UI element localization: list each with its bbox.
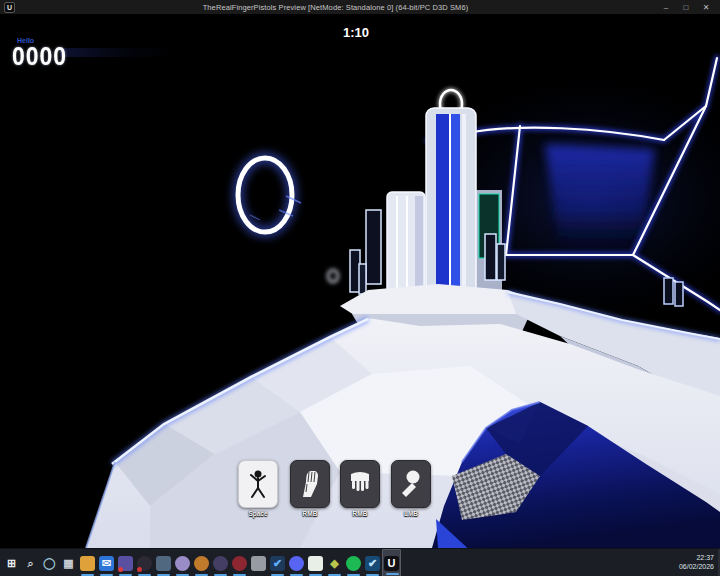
finger-gun-icon	[398, 468, 424, 500]
taskbar-icon-search[interactable]: ⌕	[21, 549, 40, 576]
taskbar-icon-cortana[interactable]: ◯	[40, 549, 59, 576]
taskbar-icon-row: ⊞ ⌕ ◯ ▦	[0, 549, 401, 576]
window-title: TheRealFingerPistols Preview [NetMode: S…	[15, 3, 656, 12]
taskbar-icon-app-crimson-ring[interactable]	[230, 549, 249, 576]
clock-date: 06/02/2026	[679, 562, 714, 571]
hint-fist: RMB	[290, 460, 330, 517]
taskbar-icon-app-blue-check-2[interactable]: ✔	[363, 549, 382, 576]
hint-grab: RMB	[340, 460, 380, 517]
minimize-button[interactable]: –	[656, 1, 676, 14]
maximize-button[interactable]: □	[676, 1, 696, 14]
taskbar-icon-app-steel[interactable]	[154, 549, 173, 576]
window-titlebar: U TheRealFingerPistols Preview [NetMode:…	[0, 0, 720, 15]
small-neon-pillars	[664, 278, 683, 306]
taskbar-icon-task-view[interactable]: ▦	[59, 549, 78, 576]
small-ring	[328, 270, 338, 282]
hint-key-label: RMB	[340, 510, 380, 517]
match-timer: 1:10	[306, 25, 406, 40]
taskbar-clock[interactable]: 22:37 06/02/2026	[679, 553, 714, 571]
taskbar-icon-app-indigo[interactable]	[116, 549, 135, 576]
taskbar-icon-app-image[interactable]	[306, 549, 325, 576]
taskbar-icon-mail[interactable]: ✉	[97, 549, 116, 576]
taskbar-icon-app-amber-orb[interactable]	[192, 549, 211, 576]
portal-ring	[238, 158, 301, 232]
taskbar-icon-app-gray[interactable]	[249, 549, 268, 576]
taskbar-icon-start[interactable]: ⊞	[2, 549, 21, 576]
taskbar-icon-file-explorer[interactable]	[78, 549, 97, 576]
hint-jump: Space	[238, 460, 278, 517]
taskbar-icon-app-dark-orb[interactable]	[135, 549, 154, 576]
fist-hand-icon	[297, 468, 323, 500]
taskbar-icon-app-violet-orb[interactable]	[211, 549, 230, 576]
desktop-screen: U TheRealFingerPistols Preview [NetMode:…	[0, 0, 720, 576]
window-controls: – □ ✕	[656, 1, 716, 14]
taskbar-icon-unreal-editor[interactable]: U	[382, 549, 401, 576]
score-counter: 0000	[12, 42, 67, 71]
windows-taskbar: ⊞ ⌕ ◯ ▦	[0, 548, 720, 576]
unreal-app-icon: U	[4, 2, 15, 13]
hint-key-label: RMB	[290, 510, 330, 517]
taskbar-icon-app-lavender-orb[interactable]	[173, 549, 192, 576]
clock-time: 22:37	[679, 553, 714, 562]
taskbar-icon-app-blue-check[interactable]: ✔	[268, 549, 287, 576]
hint-key-label: Space	[238, 510, 278, 517]
hud-faint-subtext	[60, 48, 178, 57]
jump-figure-icon	[245, 468, 271, 500]
taskbar-icon-discord[interactable]	[287, 549, 306, 576]
close-button[interactable]: ✕	[696, 1, 716, 14]
hint-key-label: LMB	[391, 510, 431, 517]
taskbar-icon-spotify[interactable]	[344, 549, 363, 576]
taskbar-icon-app-diamond[interactable]: ◆	[325, 549, 344, 576]
grab-hand-icon	[347, 468, 373, 500]
game-viewport[interactable]: Hello 0000 1:10 Space	[0, 14, 720, 548]
hint-finger-gun: LMB	[391, 460, 431, 517]
